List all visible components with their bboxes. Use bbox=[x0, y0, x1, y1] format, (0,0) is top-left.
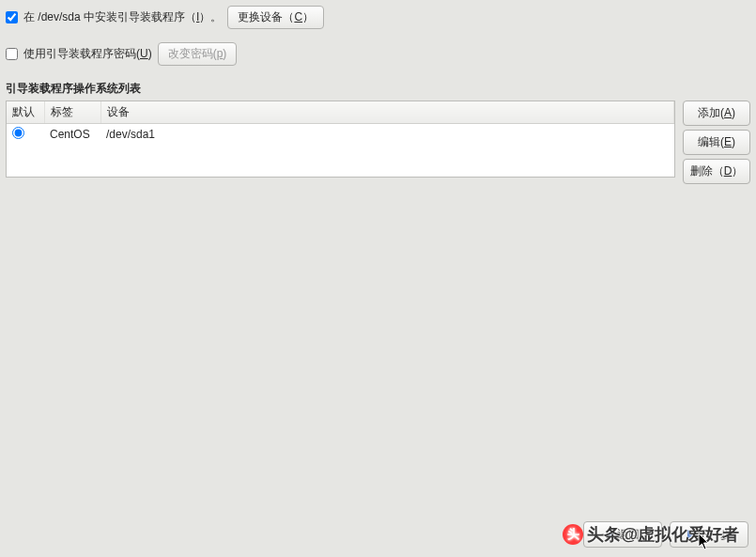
use-password-checkbox[interactable] bbox=[6, 48, 18, 60]
back-button[interactable]: 返回 bbox=[583, 521, 662, 548]
arrow-right-icon bbox=[687, 530, 694, 539]
watermark-icon: 头 bbox=[563, 524, 583, 545]
default-os-radio[interactable] bbox=[12, 127, 24, 139]
table-row[interactable]: CentOS /dev/sda1 bbox=[7, 124, 674, 146]
back-button-label: 返回 bbox=[617, 527, 640, 543]
col-header-label[interactable]: 标签 bbox=[44, 101, 100, 124]
os-list-table[interactable]: 默认 标签 设备 CentOS /dev/sda1 bbox=[6, 101, 675, 178]
add-button[interactable]: 添加(A) bbox=[683, 101, 750, 126]
next-button-label: 下一步 bbox=[698, 527, 732, 543]
row-label: CentOS bbox=[44, 124, 100, 146]
change-password-button: 改变密码(p) bbox=[158, 42, 238, 66]
change-device-button[interactable]: 更换设备（C） bbox=[227, 6, 324, 29]
delete-button[interactable]: 删除（D） bbox=[683, 159, 750, 184]
use-password-label: 使用引导装载程序密码(U) bbox=[23, 46, 152, 62]
os-list-title: 引导装载程序操作系统列表 bbox=[6, 81, 750, 97]
install-bootloader-label: 在 /dev/sda 中安装引导装载程序（I）。 bbox=[23, 9, 222, 25]
col-header-default[interactable]: 默认 bbox=[7, 101, 44, 124]
arrow-left-icon bbox=[607, 530, 613, 539]
row-device: /dev/sda1 bbox=[100, 124, 674, 146]
install-bootloader-checkbox[interactable] bbox=[6, 11, 18, 23]
col-header-device[interactable]: 设备 bbox=[100, 101, 674, 124]
edit-button[interactable]: 编辑(E) bbox=[683, 130, 750, 155]
next-button[interactable]: 下一步 bbox=[670, 521, 748, 548]
